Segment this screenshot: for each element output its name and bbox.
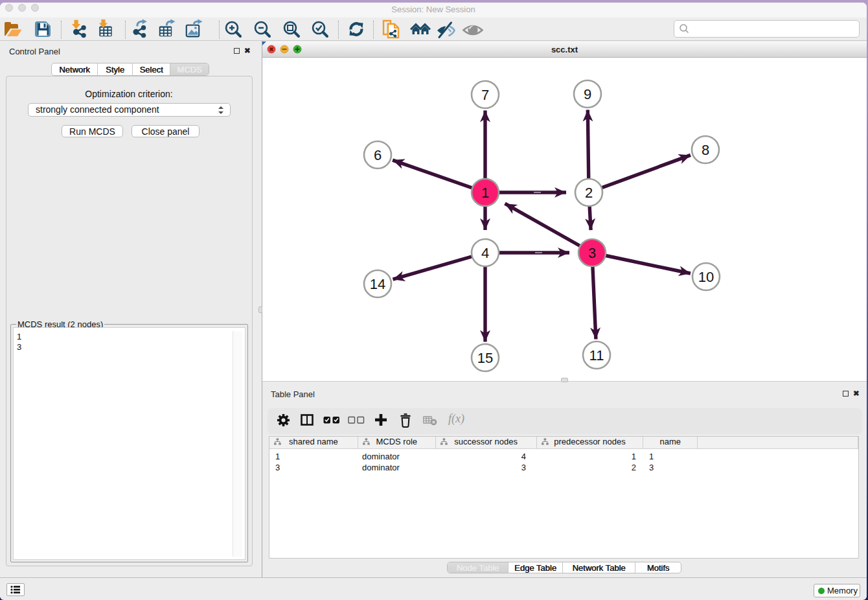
svg-text:1: 1 xyxy=(481,185,489,201)
svg-text:2: 2 xyxy=(585,185,593,201)
svg-text:14: 14 xyxy=(370,276,385,292)
svg-text:11: 11 xyxy=(589,347,604,363)
svg-text:15: 15 xyxy=(477,350,493,366)
svg-text:10: 10 xyxy=(698,269,714,285)
svg-text:3: 3 xyxy=(588,245,596,261)
svg-text:4: 4 xyxy=(481,245,489,261)
svg-text:8: 8 xyxy=(702,142,709,158)
svg-text:7: 7 xyxy=(481,87,489,103)
svg-text:6: 6 xyxy=(374,147,382,163)
svg-text:9: 9 xyxy=(584,86,591,102)
